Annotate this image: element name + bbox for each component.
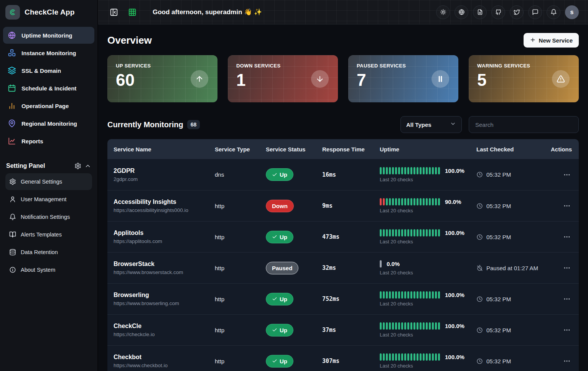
database-icon-wrap bbox=[9, 249, 16, 256]
new-service-label: New Service bbox=[539, 37, 573, 44]
twitter-icon bbox=[514, 9, 520, 15]
new-service-button[interactable]: New Service bbox=[524, 33, 579, 48]
service-type: http bbox=[215, 327, 266, 333]
settings-item-general-settings[interactable]: General Settings bbox=[5, 173, 92, 190]
sun-button[interactable] bbox=[436, 5, 450, 19]
clock-icon bbox=[476, 358, 483, 364]
last-checked-time: 05:32 PM bbox=[486, 234, 511, 240]
alert-triangle-badge bbox=[552, 70, 570, 88]
more-horizontal-icon bbox=[563, 357, 571, 365]
service-url: https://www.browserling.com bbox=[114, 300, 212, 306]
settings-item-about-system[interactable]: About System bbox=[5, 261, 92, 278]
column-header-last-checked: Last Checked bbox=[476, 146, 550, 153]
app-root: CheckCle App Uptime MonitoringInstance M… bbox=[0, 0, 588, 371]
logo-row: CheckCle App bbox=[0, 0, 97, 25]
last-checked: 05:32 PM bbox=[476, 358, 550, 364]
service-name[interactable]: Checkbot bbox=[114, 354, 212, 361]
status-badge: Up bbox=[266, 231, 293, 243]
apps-grid-button[interactable] bbox=[126, 6, 139, 19]
settings-item-alerts-templates[interactable]: Alerts Templates bbox=[5, 226, 92, 243]
status-label: Up bbox=[280, 171, 287, 178]
settings-item-label: Notification Settings bbox=[21, 214, 70, 220]
row-actions-button[interactable] bbox=[560, 231, 573, 242]
service-url: https://accessibilityinsights000.io bbox=[114, 207, 212, 213]
search-input[interactable] bbox=[469, 116, 579, 133]
stat-card-warning-services[interactable]: WARNING SERVICES5 bbox=[469, 55, 579, 102]
service-name[interactable]: Browserling bbox=[114, 292, 212, 299]
check-icon bbox=[272, 234, 277, 240]
more-horizontal-icon bbox=[563, 295, 571, 303]
sidebar-item-reports[interactable]: Reports bbox=[3, 133, 94, 149]
sidebar-item-instance-monitoring[interactable]: Instance Monitoring bbox=[3, 44, 94, 61]
row-actions-button[interactable] bbox=[560, 294, 573, 304]
settings-item-data-retention[interactable]: Data Retention bbox=[5, 244, 92, 261]
stat-card-down-services[interactable]: DOWN SERVICES1 bbox=[228, 55, 338, 102]
uptime-checks-label: Last 20 checks bbox=[380, 239, 473, 245]
message-square-button[interactable] bbox=[528, 5, 542, 19]
status-badge: Up bbox=[266, 324, 293, 337]
sun-icon bbox=[440, 9, 446, 15]
sidebar-item-operational-page[interactable]: Operational Page bbox=[3, 97, 94, 114]
column-header-service-name: Service Name bbox=[107, 146, 215, 153]
table-row-2gdpr: 2GDPR2gdpr.comdnsUp16ms100.0%Last 20 che… bbox=[107, 159, 579, 190]
twitter-button[interactable] bbox=[510, 5, 524, 19]
service-name[interactable]: Applitools bbox=[114, 230, 212, 236]
stat-card-up-services[interactable]: UP SERVICES60 bbox=[107, 55, 217, 102]
settings-item-user-management[interactable]: User Management bbox=[5, 191, 92, 208]
row-actions-button[interactable] bbox=[560, 325, 573, 335]
service-type: http bbox=[215, 234, 266, 240]
checkcle-logo-icon bbox=[5, 5, 20, 20]
column-header-service-type: Service Type bbox=[215, 146, 266, 153]
more-horizontal-icon bbox=[563, 326, 571, 334]
sidebar-item-ssl-domain[interactable]: SSL & Domain bbox=[3, 62, 94, 79]
globe-button[interactable] bbox=[455, 5, 468, 19]
file-text-button[interactable] bbox=[473, 5, 487, 19]
response-time: 37ms bbox=[322, 327, 380, 333]
settings-item-label: Data Retention bbox=[21, 249, 58, 255]
panel-left-icon bbox=[110, 8, 118, 16]
row-actions-button[interactable] bbox=[560, 169, 573, 180]
service-name[interactable]: BrowserStack bbox=[114, 261, 212, 268]
row-actions-button[interactable] bbox=[560, 263, 573, 273]
line-chart-icon bbox=[8, 137, 16, 145]
service-type: http bbox=[215, 265, 266, 271]
settings-item-notification-settings[interactable]: Notification Settings bbox=[5, 208, 92, 225]
user-avatar[interactable]: s bbox=[565, 5, 579, 19]
monitoring-header: Currently Monitoring 68 All Types bbox=[107, 116, 579, 133]
service-url: https://applitools.com bbox=[114, 238, 212, 244]
bell-icon-wrap bbox=[9, 213, 16, 220]
settings-icon-wrap bbox=[9, 178, 16, 185]
sidebar: CheckCle App Uptime MonitoringInstance M… bbox=[0, 0, 98, 371]
sidebar-nav: Uptime MonitoringInstance MonitoringSSL … bbox=[0, 25, 97, 149]
column-header-uptime: Uptime bbox=[380, 146, 476, 153]
status-label: Paused bbox=[272, 265, 292, 271]
type-filter-select[interactable]: All Types bbox=[400, 116, 462, 133]
service-name[interactable]: Accessibility Insights bbox=[114, 199, 212, 205]
row-actions-button[interactable] bbox=[560, 200, 573, 211]
last-checked-time: 05:32 PM bbox=[486, 203, 511, 209]
service-name[interactable]: 2GDPR bbox=[114, 167, 212, 174]
sidebar-item-schedule-incident[interactable]: Schedule & Incident bbox=[3, 80, 94, 97]
github-button[interactable] bbox=[491, 5, 505, 19]
row-actions-button[interactable] bbox=[560, 356, 573, 366]
settings-icon bbox=[74, 163, 81, 169]
last-checked: 05:32 PM bbox=[476, 171, 550, 178]
bell-button[interactable] bbox=[547, 5, 560, 19]
gear-icon[interactable] bbox=[74, 163, 81, 169]
chevron-up-icon[interactable] bbox=[84, 163, 91, 169]
response-time: 9ms bbox=[322, 202, 380, 209]
service-name[interactable]: CheckCle bbox=[114, 323, 212, 330]
stat-card-paused-services[interactable]: PAUSED SERVICES7 bbox=[348, 55, 458, 102]
sidebar-item-label: Uptime Monitoring bbox=[21, 32, 72, 39]
sidebar-item-regional-monitoring[interactable]: Regional Monitoring bbox=[3, 115, 94, 132]
uptime-percent: 100.0% bbox=[445, 323, 464, 329]
line-chart-icon-wrap bbox=[8, 137, 16, 145]
last-checked: 05:32 PM bbox=[476, 296, 550, 302]
sidebar-item-uptime-monitoring[interactable]: Uptime Monitoring bbox=[3, 27, 94, 44]
table-row-accessibility-insights: Accessibility Insightshttps://accessibil… bbox=[107, 190, 579, 221]
sidebar-collapse-button[interactable] bbox=[107, 6, 120, 19]
uptime-bars bbox=[380, 322, 440, 330]
pause-icon bbox=[436, 75, 445, 83]
column-header-actions: Actions bbox=[550, 146, 579, 153]
timer-off-icon bbox=[476, 265, 483, 271]
